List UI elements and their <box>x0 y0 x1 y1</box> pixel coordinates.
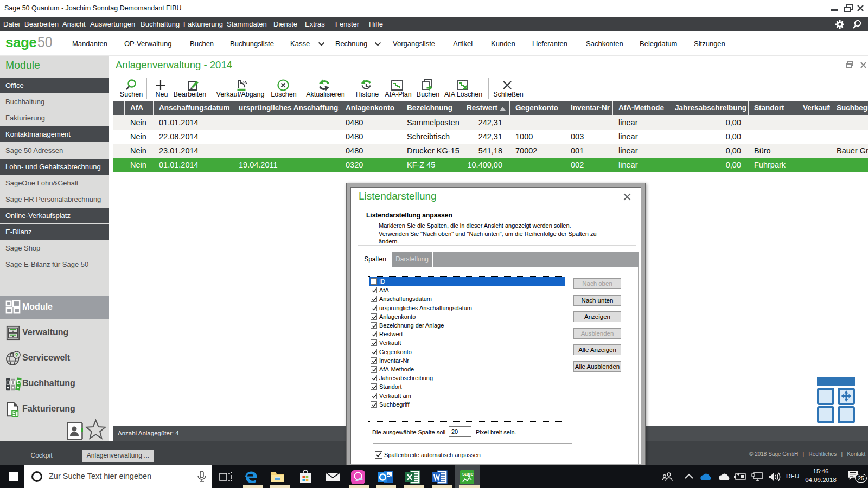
svg-text:?: ? <box>15 352 18 358</box>
